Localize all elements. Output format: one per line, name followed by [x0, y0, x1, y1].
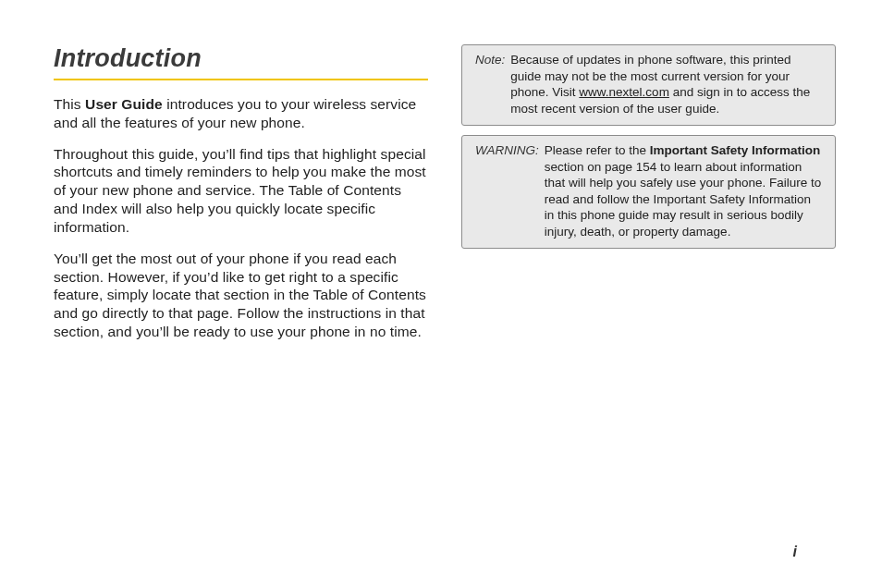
warning-body-pre: Please refer to the	[545, 143, 650, 157]
note-callout: Note: Because of updates in phone softwa…	[461, 44, 836, 126]
column-left: Introduction This User Guide introduces …	[54, 44, 428, 354]
column-right: Note: Because of updates in phone softwa…	[461, 44, 836, 354]
intro-paragraph-3: You’ll get the most out of your phone if…	[54, 250, 428, 341]
warning-bold: Important Safety Information	[650, 143, 821, 157]
warning-body-post: section on page 154 to learn about infor…	[545, 160, 821, 239]
warning-callout: WARNING: Please refer to the Important S…	[461, 135, 836, 249]
page-content: Introduction This User Guide introduces …	[0, 0, 882, 382]
note-link[interactable]: www.nextel.com	[579, 85, 669, 99]
intro-paragraph-2: Throughout this guide, you’ll find tips …	[54, 145, 428, 237]
page-number: i	[793, 544, 797, 560]
section-title: Introduction	[54, 44, 428, 73]
title-rule	[54, 79, 428, 80]
intro-paragraph-1: This User Guide introduces you to your w…	[54, 95, 428, 132]
warning-body: Please refer to the Important Safety Inf…	[545, 142, 824, 239]
note-body: Because of updates in phone software, th…	[510, 52, 824, 116]
warning-label: WARNING:	[475, 142, 539, 239]
p1-bold: User Guide	[85, 96, 163, 112]
p1-text-pre: This	[54, 96, 85, 112]
note-label: Note:	[475, 52, 505, 116]
